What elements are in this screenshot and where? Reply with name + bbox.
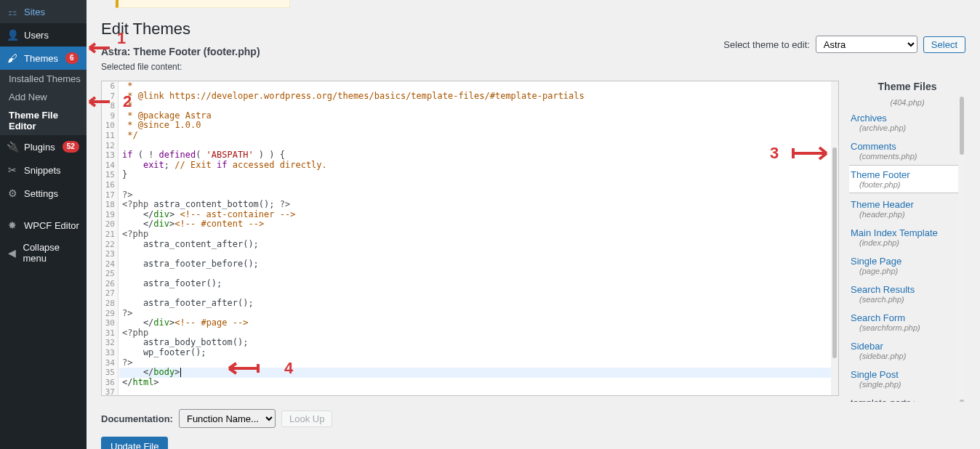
sidebar-item-users[interactable]: 👤 Users xyxy=(0,23,87,46)
select-button[interactable]: Select xyxy=(923,36,965,53)
sidebar-item-label: Themes xyxy=(24,53,58,64)
scissors-icon: ✂ xyxy=(6,163,19,177)
theme-file-link[interactable]: Search Results(search.php) xyxy=(849,280,965,308)
main-content: Edit Themes Astra: Theme Footer (footer.… xyxy=(87,0,980,449)
annotation-num-2: 2 xyxy=(123,92,132,111)
code-editor[interactable]: 6 7 8 9 10 11 12 13 14 15 16 17 18 19 20… xyxy=(101,81,839,396)
brush-icon: 🖌 xyxy=(6,52,19,65)
page-title: Edit Themes xyxy=(101,20,723,39)
sidebar-item-label: Snippets xyxy=(24,165,61,176)
theme-select[interactable]: Astra xyxy=(816,36,917,53)
sidebar-item-label: WPCF Editor xyxy=(24,220,79,231)
theme-file-link[interactable]: Sidebar(sidebar.php) xyxy=(849,336,965,365)
sites-icon: ⚏ xyxy=(6,5,19,18)
editor-scrollbar[interactable] xyxy=(831,81,838,395)
code-content[interactable]: * * @link https://developer.wordpress.or… xyxy=(119,81,838,395)
line-gutter: 6 7 8 9 10 11 12 13 14 15 16 17 18 19 20… xyxy=(102,81,119,395)
theme-files-panel: Theme Files (404.php) Archives(archive.p… xyxy=(849,81,965,402)
folder-template-parts[interactable]: template-parts ▶ xyxy=(849,393,965,402)
collapse-icon: ◀ xyxy=(6,246,18,259)
lookup-button[interactable]: Look Up xyxy=(281,410,332,427)
sidebar-submenu-themes: Installed Themes Add New Theme File Edit… xyxy=(0,70,87,135)
plug-icon: 🔌 xyxy=(6,140,19,153)
sidebar-item-label: Plugins xyxy=(24,142,55,153)
admin-sidebar: ⚏ Sites 👤 Users 🖌 Themes 6 Installed The… xyxy=(0,0,87,449)
select-theme-label: Select theme to edit: xyxy=(723,39,810,50)
update-badge: 6 xyxy=(65,52,79,64)
notice-bar xyxy=(116,0,290,8)
sidebar-item-plugins[interactable]: 🔌 Plugins 52 xyxy=(0,135,87,158)
sub-add-new[interactable]: Add New xyxy=(0,88,87,106)
theme-file-link[interactable]: Theme Footer(footer.php) xyxy=(849,165,965,193)
wp-icon: ✸ xyxy=(6,219,19,232)
theme-file-link[interactable]: Comments(comments.php) xyxy=(849,137,965,165)
update-file-button[interactable]: Update File xyxy=(101,437,168,449)
file-fn: (404.php) xyxy=(849,97,965,108)
sidebar-item-snippets[interactable]: ✂ Snippets xyxy=(0,158,87,182)
annotation-num-3: 3 xyxy=(770,144,779,163)
theme-file-link[interactable]: Main Index Template(index.php) xyxy=(849,223,965,251)
theme-file-link[interactable]: Search Form(searchform.php) xyxy=(849,308,965,336)
sidebar-item-themes[interactable]: 🖌 Themes 6 xyxy=(0,46,87,70)
annotation-num-1: 1 xyxy=(117,29,126,48)
user-icon: 👤 xyxy=(6,28,19,41)
sidebar-item-settings[interactable]: ⚙ Settings xyxy=(0,182,87,205)
function-select[interactable]: Function Name... xyxy=(179,409,276,428)
gear-icon: ⚙ xyxy=(6,187,19,200)
chevron-right-icon: ▶ xyxy=(914,400,919,403)
sidebar-item-label: Users xyxy=(24,30,49,41)
sidebar-item-collapse[interactable]: ◀ Collapse menu xyxy=(0,237,87,269)
sub-installed-themes[interactable]: Installed Themes xyxy=(0,70,87,88)
sidebar-item-label: Collapse menu xyxy=(23,242,81,264)
theme-file-link[interactable]: Archives(archive.php) xyxy=(849,108,965,137)
theme-files-header: Theme Files xyxy=(849,81,965,92)
documentation-label: Documentation: xyxy=(101,413,173,424)
current-file-title: Astra: Theme Footer (footer.php) xyxy=(101,46,723,57)
files-scrollbar[interactable] xyxy=(958,97,965,402)
annotation-num-4: 4 xyxy=(284,359,293,378)
sidebar-item-label: Settings xyxy=(24,188,58,199)
theme-file-link[interactable]: Single Post(single.php) xyxy=(849,365,965,393)
theme-file-link[interactable]: Single Page(page.php) xyxy=(849,251,965,280)
sidebar-item-sites[interactable]: ⚏ Sites xyxy=(0,0,87,23)
theme-file-link[interactable]: Theme Header(header.php) xyxy=(849,195,965,223)
sidebar-item-wpcf[interactable]: ✸ WPCF Editor xyxy=(0,214,87,237)
update-badge: 52 xyxy=(63,141,79,153)
sidebar-item-label: Sites xyxy=(24,7,45,17)
sub-theme-file-editor[interactable]: Theme File Editor xyxy=(0,106,87,135)
selected-file-label: Selected file content: xyxy=(101,62,723,72)
